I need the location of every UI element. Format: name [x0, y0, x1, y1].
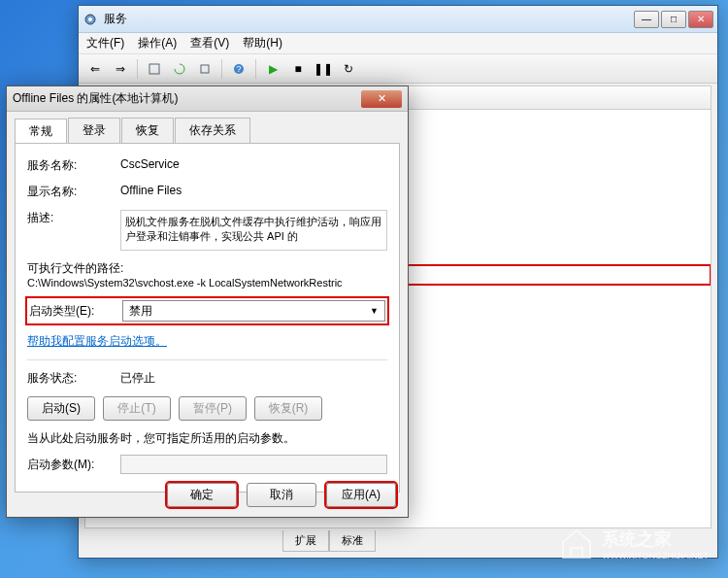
- value-service-status: 已停止: [120, 370, 387, 387]
- window-title: 服务: [104, 11, 634, 27]
- tab-general[interactable]: 常规: [15, 119, 67, 144]
- menu-action[interactable]: 操作(A): [138, 35, 177, 51]
- tab-recovery[interactable]: 恢复: [121, 118, 174, 143]
- svg-point-1: [88, 17, 92, 21]
- startup-type-combo[interactable]: 禁用 ▼: [122, 300, 385, 322]
- bottom-tabs: 扩展 标准: [282, 530, 376, 552]
- svg-rect-3: [201, 65, 209, 73]
- minimize-button[interactable]: —: [634, 11, 659, 28]
- label-startup-type: 启动类型(E):: [29, 303, 122, 320]
- svg-text:?: ?: [236, 64, 241, 74]
- titlebar[interactable]: 服务 — □ ✕: [79, 6, 717, 33]
- label-service-status: 服务状态:: [27, 370, 120, 387]
- maximize-button[interactable]: □: [661, 11, 686, 28]
- tab-standard[interactable]: 标准: [329, 530, 376, 552]
- dialog-close-button[interactable]: ✕: [361, 90, 402, 108]
- tab-dependencies[interactable]: 依存关系: [175, 118, 250, 143]
- stop-icon[interactable]: ■: [287, 58, 309, 80]
- dialog-body: 服务名称: CscService 显示名称: Offline Files 描述:…: [15, 143, 400, 493]
- menu-view[interactable]: 查看(V): [190, 35, 229, 51]
- tip-text: 当从此处启动服务时，您可指定所适用的启动参数。: [27, 430, 387, 447]
- tab-extended[interactable]: 扩展: [282, 530, 329, 552]
- chevron-down-icon: ▼: [370, 306, 379, 316]
- dialog-footer: 确定 取消 应用(A): [167, 483, 396, 507]
- help-icon[interactable]: ?: [228, 58, 249, 80]
- dialog-titlebar[interactable]: Offline Files 的属性(本地计算机) ✕: [7, 86, 408, 112]
- dialog-tabs: 常规 登录 恢复 依存关系: [15, 118, 400, 143]
- export-icon[interactable]: [194, 58, 215, 80]
- window-controls: — □ ✕: [634, 11, 713, 28]
- back-icon[interactable]: ⇐: [84, 58, 106, 80]
- properties-dialog: Offline Files 的属性(本地计算机) ✕ 常规 登录 恢复 依存关系…: [6, 85, 409, 518]
- svg-rect-2: [149, 64, 159, 74]
- start-button[interactable]: 启动(S): [27, 396, 95, 421]
- value-exe-path: C:\Windows\System32\svchost.exe -k Local…: [27, 277, 387, 289]
- label-service-name: 服务名称:: [27, 157, 120, 174]
- label-display-name: 显示名称:: [27, 184, 120, 200]
- apply-button[interactable]: 应用(A): [326, 483, 396, 507]
- value-display-name: Offline Files: [120, 184, 387, 197]
- menu-file[interactable]: 文件(F): [86, 35, 124, 51]
- watermark-text: 系统之家: [602, 527, 709, 551]
- watermark: 系统之家 WWW.XITONGZHIJIA.NET: [557, 525, 709, 563]
- refresh-icon[interactable]: [169, 58, 190, 80]
- label-exe-path: 可执行文件的路径:: [27, 260, 387, 277]
- watermark-url: WWW.XITONGZHIJIA.NET: [602, 551, 709, 561]
- value-service-name: CscService: [120, 157, 387, 171]
- label-start-params: 启动参数(M):: [27, 457, 120, 473]
- menu-help[interactable]: 帮助(H): [243, 35, 282, 51]
- toolbar: ⇐ ⇒ ? ▶ ■ ❚❚ ↻: [79, 54, 717, 84]
- play-icon[interactable]: ▶: [262, 58, 283, 80]
- start-params-input: [120, 455, 387, 474]
- pause-icon[interactable]: ❚❚: [313, 58, 334, 80]
- value-description[interactable]: 脱机文件服务在脱机文件缓存中执行维护活动，响应用户登录和注销事件，实现公共 AP…: [120, 210, 387, 251]
- stop-button: 停止(T): [103, 396, 171, 421]
- help-link[interactable]: 帮助我配置服务启动选项。: [27, 334, 167, 348]
- label-description: 描述:: [27, 210, 120, 226]
- control-buttons: 启动(S) 停止(T) 暂停(P) 恢复(R): [27, 396, 387, 421]
- restart-icon[interactable]: ↻: [338, 58, 359, 80]
- pause-button: 暂停(P): [179, 396, 247, 421]
- startup-type-row: 启动类型(E): 禁用 ▼: [27, 298, 387, 323]
- tab-logon[interactable]: 登录: [68, 118, 120, 143]
- toolbar-icon[interactable]: [144, 58, 165, 80]
- resume-button: 恢复(R): [254, 396, 322, 421]
- forward-icon[interactable]: ⇒: [110, 58, 131, 80]
- house-icon: [557, 525, 596, 563]
- close-button[interactable]: ✕: [688, 11, 713, 28]
- gear-icon: [83, 12, 98, 27]
- menubar: 文件(F) 操作(A) 查看(V) 帮助(H): [79, 33, 717, 54]
- startup-type-value: 禁用: [129, 303, 152, 320]
- cancel-button[interactable]: 取消: [247, 483, 316, 507]
- dialog-title: Offline Files 的属性(本地计算机): [13, 90, 361, 107]
- ok-button[interactable]: 确定: [167, 483, 237, 507]
